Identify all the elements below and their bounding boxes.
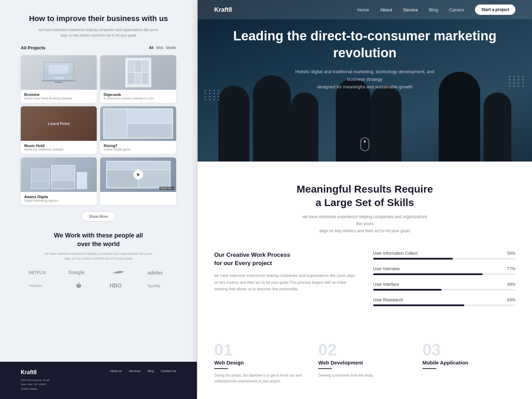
project-name-musichold: Music Hold	[24, 144, 93, 148]
project-name-digicomb: Digicomb	[104, 93, 173, 97]
filter-mobile[interactable]: Mobile	[166, 46, 176, 50]
skill-bar-fill-user-interface	[373, 289, 441, 291]
service-number-web-design: 01	[214, 342, 307, 358]
skill-bar-bg-user-research	[373, 304, 515, 306]
projects-title: All Projects	[21, 45, 46, 50]
partner-spotify: Spotify	[140, 281, 177, 290]
footer-link-about[interactable]: About us	[110, 369, 122, 373]
svg-text:NETFLIX: NETFLIX	[29, 270, 46, 275]
skill-bar-bg-user-info	[373, 258, 515, 260]
project-card-quickview[interactable]: Quick View	[100, 157, 176, 205]
project-img-digicomb	[100, 55, 176, 90]
skill-pct-user-research: 64%	[507, 298, 515, 302]
partner-nike	[100, 268, 137, 276]
hero-title: Leading the direct-to-consumer marketing…	[232, 28, 497, 62]
footer-brand-section: Kraft8 250 Park Avenue SouthNew York, NY…	[21, 369, 50, 391]
skill-bar-fill-user-research	[373, 304, 464, 306]
project-card-bromine[interactable]: Bromine World Easy Hotel Booking Website	[21, 55, 97, 103]
project-card-info-rising7: Rising7 Online futball game	[100, 141, 176, 154]
project-img-awans	[21, 157, 97, 192]
partner-adidas: adidas	[140, 268, 177, 276]
two-col-layout: Our Creative Work Processfor our Every p…	[214, 251, 515, 313]
process-title: Our Creative Work Processfor our Every p…	[214, 251, 357, 267]
project-name-awans: Awans Digita	[24, 195, 93, 199]
partner-hbo: HBO	[100, 281, 137, 290]
project-card-info-bromine: Bromine World Easy Hotel Booking Website	[21, 90, 97, 103]
adidas-logo-icon: adidas	[148, 268, 168, 276]
partner-google: Google	[60, 268, 97, 276]
nav-link-about[interactable]: About	[380, 7, 392, 12]
hbo-logo-icon: HBO	[108, 281, 129, 290]
svg-text:Google: Google	[68, 270, 85, 275]
service-desc-web-dev: Drawing conclusions from the study.	[318, 372, 411, 378]
project-card-info-awans: Awans Digita Digital Marketing Agency	[21, 192, 97, 205]
nav-link-home[interactable]: Home	[357, 7, 369, 12]
scroll-indicator	[360, 137, 369, 151]
show-more-button[interactable]: Show More	[82, 211, 115, 222]
project-card-rising7[interactable]: Rising7 Online futball game	[100, 106, 176, 154]
project-name-bromine: Bromine	[24, 93, 93, 97]
project-img-quickview: Quick View	[100, 157, 176, 192]
google-logo-icon: Google	[68, 268, 89, 276]
projects-grid: Bromine World Easy Hotel Booking Website	[21, 55, 176, 205]
apple-logo-icon	[68, 281, 89, 290]
partners-section: We Work with these people allover the wo…	[0, 231, 197, 290]
skill-label-user-interview: User Interview	[373, 266, 400, 271]
project-desc-musichold: World top Influencer website	[24, 148, 93, 151]
process-desc: we have extensive experience helping com…	[214, 272, 357, 293]
nav-link-service[interactable]: Service	[403, 7, 418, 12]
spotify-logo-icon: Spotify	[148, 281, 168, 290]
partner-yamaha: YAMAHA	[21, 281, 58, 290]
skill-header-user-interface: User Interface 48%	[373, 282, 515, 287]
navbar: Kraft8 Home About Service Blog Carrers S…	[198, 0, 532, 19]
project-img-bromine	[21, 55, 97, 90]
partner-apple	[60, 281, 97, 290]
service-desc-web-design: During this phase, the objective is to g…	[214, 372, 307, 384]
nav-brand: Kraft8	[214, 6, 232, 13]
project-card-info-musichold: Music Hold World top Influencer website	[21, 141, 97, 154]
svg-text:YAMAHA: YAMAHA	[29, 284, 43, 288]
footer-link-contact[interactable]: Contact Us	[161, 369, 176, 373]
service-divider-web-design	[214, 368, 228, 369]
services-row: 01 Web Design During this phase, the obj…	[198, 342, 532, 384]
partners-sub: we have extensive experience helping com…	[21, 251, 176, 261]
nav-cta-button[interactable]: Start a project	[475, 4, 515, 15]
left-footer: Kraft8 250 Park Avenue SouthNew York, NY…	[0, 362, 197, 399]
figure-3	[291, 93, 319, 162]
skills-bars: User Information Collect 56% User Interv…	[373, 251, 515, 313]
skill-header-user-research: User Reasearch 64%	[373, 298, 515, 302]
footer-link-services[interactable]: Services	[129, 369, 141, 373]
service-divider-web-dev	[318, 368, 332, 369]
service-name-web-design: Web Design	[214, 360, 307, 366]
yamaha-logo-icon: YAMAHA	[29, 281, 49, 290]
skill-bar-fill-user-interview	[373, 273, 483, 275]
figure-7	[484, 93, 511, 162]
nav-link-blog[interactable]: Blog	[429, 7, 438, 12]
skill-pct-user-info: 56%	[507, 251, 515, 256]
project-img-musichold: Lizard Point	[21, 106, 97, 141]
skill-bar-bg-user-interface	[373, 289, 515, 291]
left-hero-title: How to improve their business with us	[21, 14, 176, 24]
skill-label-user-info: User Information Collect	[373, 251, 418, 256]
filter-web[interactable]: Web	[156, 46, 163, 50]
projects-header: All Projects All Web Mobile	[21, 45, 176, 50]
skill-pct-user-interview: 77%	[507, 266, 515, 271]
project-card-musichold[interactable]: Lizard Point Music Hold World top Influe…	[21, 106, 97, 154]
scroll-dot	[364, 140, 365, 143]
service-name-mobile-app: Mobile Application	[422, 360, 515, 366]
project-card-info-quickview	[100, 192, 176, 197]
skill-item-user-interface: User Interface 48%	[373, 282, 515, 291]
skills-sub: we have extensive experience helping com…	[299, 213, 430, 234]
svg-text:HBO: HBO	[110, 283, 122, 289]
nav-link-careers[interactable]: Carrers	[449, 7, 464, 12]
footer-link-blog[interactable]: Blog	[148, 369, 154, 373]
service-item-mobile-app: 03 Mobile Application	[422, 342, 515, 384]
project-card-awans[interactable]: Awans Digita Digital Marketing Agency	[21, 157, 97, 205]
partner-netflix: NETFLIX	[21, 268, 58, 276]
filter-all[interactable]: All	[149, 46, 153, 50]
project-desc-awans: Digital Marketing Agency	[24, 199, 93, 202]
project-desc-digicomb: E-commerce fashion website in USA	[104, 97, 173, 100]
project-card-digicomb[interactable]: Digicomb E-commerce fashion website in U…	[100, 55, 176, 103]
project-name-rising7: Rising7	[104, 144, 173, 148]
footer-brand: Kraft8	[21, 369, 50, 376]
